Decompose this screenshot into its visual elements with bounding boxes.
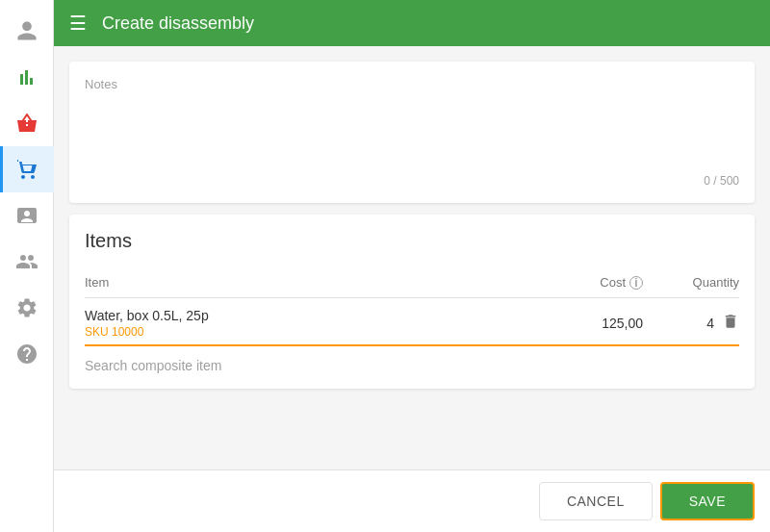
sidebar-item-chart[interactable] [0, 54, 54, 100]
chart-icon [15, 65, 38, 89]
notes-label: Notes [85, 77, 739, 91]
menu-icon[interactable]: ☰ [69, 12, 87, 35]
save-button[interactable]: SAVE [660, 482, 755, 520]
user-icon [15, 19, 38, 42]
content: Notes 0 / 500 Items Item Cost i Quantity… [54, 46, 770, 469]
item-info: Water, box 0.5L, 25p SKU 10000 [85, 308, 527, 339]
cancel-button[interactable]: CANCEL [539, 482, 653, 520]
sidebar [0, 0, 54, 532]
cart-icon [16, 158, 39, 181]
sidebar-item-cart[interactable] [0, 146, 54, 192]
delete-item-icon[interactable] [722, 313, 739, 335]
sidebar-item-people[interactable] [0, 239, 54, 285]
basket-icon [15, 112, 38, 135]
sidebar-item-id-card[interactable] [0, 192, 54, 239]
sidebar-item-user[interactable] [0, 8, 54, 54]
help-icon [15, 342, 38, 366]
items-card: Items Item Cost i Quantity Water, box 0.… [69, 215, 755, 389]
item-name: Water, box 0.5L, 25p [85, 308, 527, 323]
notes-card: Notes 0 / 500 [69, 62, 755, 203]
sidebar-item-settings[interactable] [0, 285, 54, 331]
header: ☰ Create disassembly [54, 0, 770, 46]
notes-counter: 0 / 500 [85, 174, 739, 188]
notes-input[interactable] [85, 99, 739, 166]
main-wrapper: ☰ Create disassembly Notes 0 / 500 Items… [54, 0, 770, 532]
id-card-icon [15, 204, 38, 227]
page-title: Create disassembly [102, 13, 254, 34]
cost-info-icon[interactable]: i [629, 276, 643, 290]
items-title: Items [85, 230, 739, 252]
table-row: Water, box 0.5L, 25p SKU 10000 125,00 4 [85, 298, 739, 346]
people-icon [15, 250, 38, 273]
item-sku: SKU 10000 [85, 325, 527, 339]
sidebar-item-help[interactable] [0, 331, 54, 377]
col-header-quantity: Quantity [643, 275, 739, 290]
footer: CANCEL SAVE [54, 469, 770, 532]
gear-icon [15, 296, 38, 319]
item-quantity: 4 [706, 316, 714, 331]
item-quantity-wrapper: 4 [643, 313, 739, 335]
item-cost: 125,00 [527, 316, 643, 331]
sidebar-item-basket[interactable] [0, 100, 54, 146]
search-composite-input[interactable]: Search composite item [85, 358, 739, 373]
col-header-item: Item [85, 275, 527, 290]
items-table-header: Item Cost i Quantity [85, 267, 739, 298]
col-header-cost: Cost i [527, 275, 643, 290]
